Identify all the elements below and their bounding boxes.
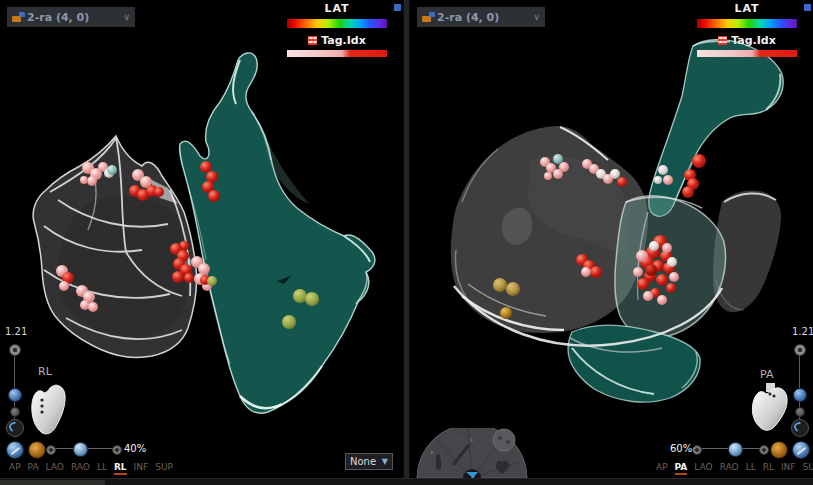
- svg-text:✦: ✦: [459, 435, 463, 441]
- reference-heart-icon[interactable]: [748, 382, 792, 434]
- app-root: { "panels": [ { "header_label": "2-ra (4…: [0, 0, 813, 485]
- tag-point-pink[interactable]: [643, 291, 653, 301]
- scale-value: 1.21: [5, 326, 27, 337]
- zoom-in-dot[interactable]: [759, 445, 769, 455]
- tag-point-amber[interactable]: [500, 307, 512, 319]
- tag-point-pink[interactable]: [59, 281, 69, 291]
- zoom-slider-knob[interactable]: [73, 442, 88, 457]
- globe-rotate-icon[interactable]: [792, 441, 810, 459]
- tag-point-pink[interactable]: [636, 250, 648, 262]
- tag-point-pink[interactable]: [80, 176, 88, 184]
- orientation-sup[interactable]: SUP: [155, 462, 173, 475]
- orientation-inf[interactable]: INF: [781, 462, 796, 475]
- tag-color-bar[interactable]: [697, 50, 797, 57]
- tag-point-white[interactable]: [658, 165, 668, 175]
- tag-point-green2[interactable]: [493, 278, 507, 292]
- tag-point-green[interactable]: [305, 292, 319, 306]
- tag-point-darkred[interactable]: [645, 264, 657, 276]
- orientation-sup[interactable]: SUP: [803, 462, 813, 475]
- tag-scale-title: Tag.Idx: [321, 34, 366, 47]
- tag-point-white[interactable]: [610, 169, 620, 179]
- vertical-slider-bottom-knob[interactable]: [10, 407, 20, 417]
- orientation-rl[interactable]: RL: [763, 462, 774, 475]
- tag-point-pink[interactable]: [581, 267, 591, 277]
- tag-point-green[interactable]: [207, 276, 217, 286]
- globe-rotate-icon[interactable]: [6, 441, 24, 459]
- vertical-slider-bottom-knob[interactable]: [795, 407, 805, 417]
- overlay-dropdown[interactable]: None ▼: [345, 453, 393, 470]
- lat-color-bar[interactable]: [287, 19, 387, 28]
- map-selector[interactable]: 2-ra (4, 0) ∨: [417, 7, 545, 27]
- heart-model-icon[interactable]: [28, 441, 46, 459]
- vertical-slider-top-knob[interactable]: [794, 344, 806, 356]
- tag-point-red[interactable]: [172, 271, 184, 283]
- tag-point-white[interactable]: [654, 176, 662, 184]
- tag-point-green2[interactable]: [506, 282, 520, 296]
- tag-point-red[interactable]: [154, 187, 164, 197]
- orientation-ap[interactable]: AP: [656, 462, 668, 475]
- vertical-slider-top-knob[interactable]: [9, 344, 21, 356]
- tag-color-bar[interactable]: [287, 50, 387, 57]
- tag-point-pink[interactable]: [544, 172, 552, 180]
- tag-point-pink[interactable]: [88, 302, 98, 312]
- tag-point-pink[interactable]: [657, 295, 667, 305]
- zoom-out-dot[interactable]: [692, 445, 702, 455]
- map-name-label: 2-ra (4, 0): [437, 11, 531, 24]
- tag-point-green[interactable]: [282, 315, 296, 329]
- reference-heart-icon[interactable]: [28, 380, 70, 438]
- eraser-tool-icon[interactable]: [493, 429, 515, 451]
- teal-chamber-mesh[interactable]: [180, 53, 375, 413]
- orientation-lao[interactable]: LAO: [46, 462, 64, 475]
- orientation-ap[interactable]: AP: [9, 462, 21, 475]
- chevron-down-icon[interactable]: ∨: [533, 12, 540, 22]
- tag-point-red[interactable]: [208, 190, 220, 202]
- corner-indicator-icon[interactable]: [394, 4, 401, 11]
- tag-point-teal[interactable]: [553, 154, 563, 164]
- tag-point-white[interactable]: [667, 257, 677, 267]
- tag-point-red[interactable]: [200, 161, 212, 173]
- teal-chamber-mesh[interactable]: [649, 40, 783, 217]
- zoom-slider-knob[interactable]: [728, 442, 743, 457]
- orientation-ll[interactable]: LL: [97, 462, 107, 475]
- panel-divider[interactable]: [403, 0, 410, 478]
- orientation-lao[interactable]: LAO: [694, 462, 712, 475]
- map-selector[interactable]: 2-ra (4, 0) ∨: [7, 7, 135, 27]
- orientation-pa[interactable]: PA: [28, 462, 39, 475]
- orientation-inf[interactable]: INF: [134, 462, 149, 475]
- tag-point-red[interactable]: [682, 186, 694, 198]
- tag-point-pink[interactable]: [663, 175, 673, 185]
- orientation-pa[interactable]: PA: [675, 462, 688, 475]
- heart-model-icon[interactable]: [770, 441, 788, 459]
- zoom-in-dot[interactable]: [112, 445, 122, 455]
- tag-point-red[interactable]: [590, 266, 602, 278]
- orientation-rl[interactable]: RL: [114, 462, 127, 475]
- tag-point-pink[interactable]: [669, 272, 679, 282]
- bottom-scrollbar[interactable]: [0, 478, 813, 485]
- tag-point-pink[interactable]: [633, 267, 643, 277]
- scrollbar-thumb[interactable]: [0, 480, 105, 485]
- tag-point-pink[interactable]: [87, 176, 97, 186]
- tag-point-white[interactable]: [649, 241, 659, 251]
- zoom-out-dot[interactable]: [46, 445, 56, 455]
- rotate-view-button[interactable]: [791, 419, 809, 437]
- tag-point-red[interactable]: [656, 274, 668, 286]
- corner-indicator-icon[interactable]: [804, 4, 811, 11]
- rotate-view-button[interactable]: [6, 419, 24, 437]
- tag-point-red[interactable]: [184, 273, 194, 283]
- tag-point-pink[interactable]: [559, 162, 569, 172]
- tag-point-pink[interactable]: [662, 243, 672, 253]
- radial-tool-menu[interactable]: ✦ ✦ ✦: [416, 428, 528, 478]
- vertical-slider-knob[interactable]: [8, 388, 22, 402]
- orientation-ll[interactable]: LL: [746, 462, 756, 475]
- orientation-rao[interactable]: RAO: [720, 462, 739, 475]
- tag-point-red[interactable]: [637, 278, 649, 290]
- tag-point-red[interactable]: [617, 177, 627, 187]
- chevron-down-icon[interactable]: ∨: [123, 12, 130, 22]
- orientation-rao[interactable]: RAO: [71, 462, 90, 475]
- tag-point-red[interactable]: [666, 283, 676, 293]
- tag-point-red[interactable]: [692, 154, 706, 168]
- tag-point-teal[interactable]: [107, 165, 117, 175]
- lat-color-bar[interactable]: [697, 19, 797, 28]
- tag-point-green[interactable]: [293, 289, 307, 303]
- vertical-slider-knob[interactable]: [793, 388, 807, 402]
